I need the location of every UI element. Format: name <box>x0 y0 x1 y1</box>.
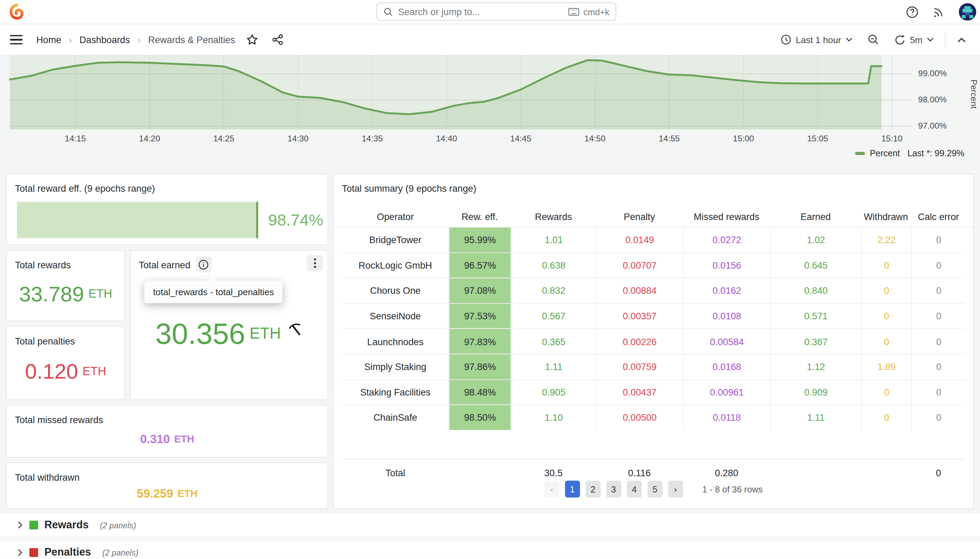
chevron-down-icon <box>927 38 934 42</box>
section-row-rewards[interactable]: Rewards(2 panels) <box>0 514 980 536</box>
cell-missed: 0.0272 <box>683 228 770 252</box>
pagination-page-4[interactable]: 4 <box>626 481 642 498</box>
breadcrumb-dashboards[interactable]: Dashboards <box>79 35 130 45</box>
x-axis-tick-label: 14:20 <box>139 134 160 143</box>
total-withdrawn-panel: Total withdrawn 59.259 ETH <box>6 463 328 509</box>
column-header-missed[interactable]: Missed rewards <box>683 206 770 227</box>
cell-penalty: 0.00884 <box>595 278 683 303</box>
table-row: Launchnodes97.83%0.3650.002260.005840.36… <box>342 329 964 354</box>
reward-eff-value: 98.74% <box>268 202 324 238</box>
cell-withdrawn: 0 <box>861 329 911 354</box>
column-header-withdrawn[interactable]: Withdrawn <box>861 206 911 227</box>
column-header-earned[interactable]: Earned <box>770 206 861 227</box>
share-icon <box>272 34 284 46</box>
table-body: BridgeTower95.99%1.010.01490.02721.022.2… <box>334 227 973 430</box>
cell-withdrawn: 1.89 <box>861 354 911 379</box>
cell-withdrawn: 0 <box>861 303 911 328</box>
chart-legend: Percent Last *: 99.29% <box>855 148 965 158</box>
x-axis-tick-label: 14:35 <box>362 134 383 143</box>
cell-operator: Chorus One <box>342 278 448 303</box>
cell-withdrawn: 0 <box>861 405 911 430</box>
menu-button[interactable] <box>10 35 22 44</box>
column-header-eff[interactable]: Rew. eff. <box>448 206 511 227</box>
legend-series-name[interactable]: Percent <box>870 148 900 158</box>
cell-penalty: 0.00707 <box>595 253 683 278</box>
cell-eff: 97.08% <box>448 278 511 303</box>
cell-earned: 0.645 <box>770 253 861 278</box>
pagination-page-5[interactable]: 5 <box>647 481 663 498</box>
keyboard-shortcut-hint: cmd+k <box>568 7 609 17</box>
collapse-topbar-button[interactable] <box>949 36 974 43</box>
help-icon <box>906 5 919 18</box>
cell-operator: BridgeTower <box>342 228 448 252</box>
pagination-next-button[interactable]: › <box>668 481 683 498</box>
grafana-logo-icon[interactable] <box>8 3 26 21</box>
chevron-up-icon <box>957 36 966 43</box>
cell-rewards: 0.638 <box>511 253 596 278</box>
cell-penalty: 0.00226 <box>595 329 683 354</box>
x-axis-tick-label: 15:10 <box>881 134 902 143</box>
news-button[interactable] <box>932 5 945 18</box>
cell-eff: 95.99% <box>448 228 511 252</box>
cell-calc: 0 <box>911 228 966 252</box>
panel-title[interactable]: Total reward eff. (9 epochs range) <box>15 183 155 194</box>
dashboard-toolbar: Home › Dashboards › Rewards & Penalties <box>0 25 980 56</box>
breadcrumb-current[interactable]: Rewards & Penalties <box>148 35 235 45</box>
search-input[interactable]: Search or jump to... cmd+k <box>376 2 616 21</box>
grafana-dashboard: Search or jump to... cmd+k <box>0 0 980 559</box>
favorite-button[interactable] <box>246 34 258 46</box>
cell-eff: 97.86% <box>448 354 511 379</box>
section-panel-count: (2 panels) <box>102 548 139 557</box>
time-range-label: Last 1 hour <box>796 35 841 45</box>
section-row-penalties[interactable]: Penalties(2 panels) <box>0 541 980 559</box>
timeseries-plot[interactable] <box>0 55 980 131</box>
breadcrumb-separator-icon: › <box>69 35 72 45</box>
top-navigation-bar: Search or jump to... cmd+k <box>0 0 980 25</box>
refresh-button[interactable]: 5m <box>887 34 941 46</box>
pagination-page-3[interactable]: 3 <box>606 481 621 498</box>
time-range-picker[interactable]: Last 1 hour <box>773 35 860 45</box>
share-button[interactable] <box>272 34 284 46</box>
keyboard-icon <box>568 7 580 16</box>
cell-missed: 0.0162 <box>683 278 770 303</box>
panel-title[interactable]: Total summary (9 epochs range) <box>342 183 476 194</box>
pagination: ‹12345›1 - 8 of 36 rows <box>342 481 964 498</box>
refresh-icon <box>894 34 906 46</box>
timeseries-panel: 14:1514:2014:2514:3014:3514:4014:4514:50… <box>0 55 980 160</box>
tooltip: total_rewards - total_penalties <box>144 281 283 303</box>
user-avatar[interactable] <box>959 3 976 21</box>
reward-eff-bar-gauge <box>17 202 259 238</box>
toolbar-divider <box>945 33 946 46</box>
star-icon <box>246 34 258 46</box>
section-panel-count: (2 panels) <box>100 520 136 530</box>
x-axis-tick-label: 14:55 <box>659 134 680 143</box>
table-row: Simply Staking97.86%1.110.007590.01681.1… <box>342 354 964 380</box>
cell-eff: 98.48% <box>448 380 511 405</box>
column-header-operator[interactable]: Operator <box>342 206 448 227</box>
cell-missed: 0.00584 <box>683 329 770 354</box>
cell-missed: 0.0118 <box>683 405 770 430</box>
breadcrumb-home[interactable]: Home <box>36 35 61 45</box>
total-earned-value: 30.356 <box>155 316 246 351</box>
cell-earned: 1.12 <box>770 354 861 379</box>
total-rewards-value: 33.789 <box>19 282 84 306</box>
zoom-out-button[interactable] <box>860 34 887 46</box>
total-summary-panel: Total summary (9 epochs range) OperatorR… <box>333 174 974 509</box>
y-axis-tick-label: 99.00% <box>918 69 947 78</box>
cell-withdrawn: 0 <box>861 253 911 278</box>
help-button[interactable] <box>906 5 919 18</box>
cell-calc: 0 <box>911 354 966 379</box>
pagination-page-1[interactable]: 1 <box>565 481 580 498</box>
cell-penalty: 0.00759 <box>595 354 683 379</box>
column-header-calc[interactable]: Calc error <box>911 206 966 227</box>
breadcrumb-separator-icon: › <box>137 35 141 45</box>
cell-penalty: 0.00357 <box>595 303 683 328</box>
pagination-prev-button[interactable]: ‹ <box>544 481 559 498</box>
cell-earned: 0.571 <box>770 303 861 328</box>
pagination-page-2[interactable]: 2 <box>585 481 601 498</box>
column-header-penalty[interactable]: Penalty <box>595 206 683 227</box>
cell-operator: RockLogic GmbH <box>342 253 448 278</box>
column-header-rewards[interactable]: Rewards <box>511 206 596 227</box>
total-rewards-panel: Total rewards 33.789 ETH <box>6 250 125 321</box>
cell-rewards: 0.905 <box>511 380 596 405</box>
